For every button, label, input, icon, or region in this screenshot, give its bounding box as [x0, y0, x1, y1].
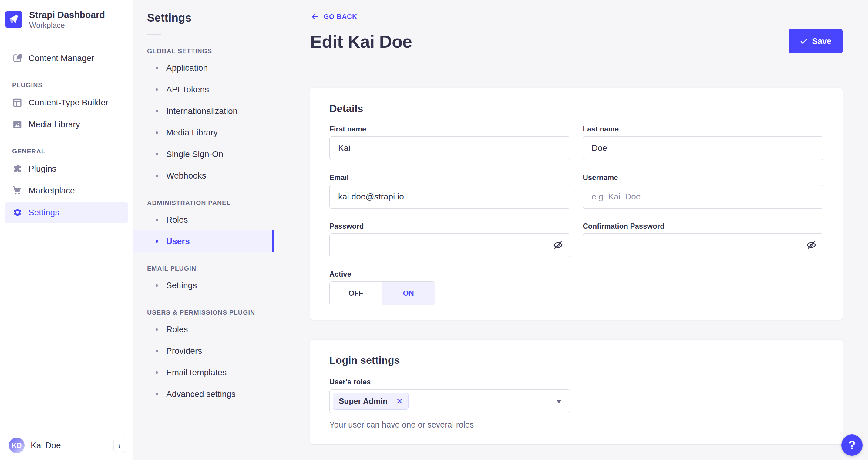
username-label: Username — [583, 173, 824, 182]
remove-role-button[interactable]: ✕ — [396, 398, 403, 405]
last-name-input[interactable] — [583, 136, 824, 160]
chevron-left-icon: ‹ — [118, 441, 121, 450]
subnav-item-up-roles[interactable]: Roles — [133, 318, 274, 340]
confirmation-password-label: Confirmation Password — [583, 222, 824, 230]
subnav-item-email-settings[interactable]: Settings — [133, 275, 274, 296]
subnav-item-admin-roles[interactable]: Roles — [133, 209, 274, 230]
sidebar-footer: KD Kai Doe ‹ — [0, 431, 132, 460]
sidebar-item-plugins[interactable]: Plugins — [5, 159, 128, 179]
subnav-item-application[interactable]: Application — [133, 57, 274, 79]
users-roles-select[interactable]: Super Admin ✕ — [329, 389, 570, 413]
subnav-item-email-templates[interactable]: Email templates — [133, 362, 274, 383]
sidebar-item-marketplace[interactable]: Marketplace — [5, 180, 128, 201]
bullet-icon — [156, 350, 158, 352]
page-header: Edit Kai Doe Save — [310, 29, 842, 53]
active-toggle-on-button[interactable]: ON — [382, 282, 435, 305]
save-button[interactable]: Save — [788, 29, 842, 53]
go-back-link[interactable]: GO BACK — [310, 12, 357, 21]
toggle-password-visibility-button[interactable] — [553, 240, 563, 251]
first-name-label: First name — [329, 125, 570, 133]
toggle-confirmation-password-visibility-button[interactable] — [806, 240, 817, 251]
password-input[interactable] — [329, 233, 570, 257]
bullet-icon — [156, 284, 158, 287]
username-input[interactable] — [583, 185, 824, 209]
sidebar-item-label: Plugins — [29, 164, 56, 174]
sidebar-item-media-library[interactable]: Media Library — [5, 114, 128, 135]
subnav-title: Settings — [133, 11, 274, 24]
email-label: Email — [329, 173, 570, 182]
bullet-icon — [156, 240, 158, 242]
active-toggle-off-button[interactable]: OFF — [330, 282, 382, 305]
close-icon: ✕ — [396, 397, 403, 405]
eye-off-icon — [553, 240, 563, 250]
arrow-left-icon — [310, 12, 319, 21]
subnav-title-divider — [147, 34, 161, 35]
settings-subnav: Settings GLOBAL SETTINGS Application API… — [133, 0, 275, 460]
sidebar-item-label: Settings — [29, 208, 59, 218]
bullet-icon — [156, 393, 158, 395]
confirmation-password-field-group: Confirmation Password — [583, 222, 824, 257]
current-user-name: Kai Doe — [31, 440, 107, 450]
password-label: Password — [329, 222, 570, 230]
subnav-item-media-library[interactable]: Media Library — [133, 122, 274, 143]
subnav-item-advanced-settings[interactable]: Advanced settings — [133, 383, 274, 405]
details-card-title: Details — [329, 103, 824, 114]
puzzle-piece-icon — [12, 164, 22, 174]
app-title: Strapi Dashboard — [29, 10, 105, 20]
gear-icon — [12, 207, 22, 218]
eye-off-icon — [806, 240, 816, 250]
bullet-icon — [156, 153, 158, 155]
sidebar-item-content-type-builder[interactable]: Content-Type Builder — [5, 92, 128, 113]
login-settings-title: Login settings — [329, 354, 824, 366]
subnav-item-internationalization[interactable]: Internationalization — [133, 100, 274, 122]
sidebar-nav: Content Manager PLUGINS Content-Type Bui… — [0, 39, 132, 431]
first-name-field-group: First name — [329, 125, 570, 160]
sidebar-item-content-manager[interactable]: Content Manager — [5, 48, 128, 68]
bullet-icon — [156, 175, 158, 177]
confirmation-password-input[interactable] — [583, 233, 824, 257]
sidebar-item-label: Media Library — [29, 120, 80, 130]
active-label: Active — [329, 270, 824, 279]
question-mark-icon: ? — [848, 439, 855, 452]
sidebar-section-general: GENERAL — [0, 148, 132, 155]
email-input[interactable] — [329, 185, 570, 209]
last-name-field-group: Last name — [583, 125, 824, 160]
strapi-admin-app: Strapi Dashboard Workplace Content Manag… — [0, 0, 868, 460]
first-name-input[interactable] — [329, 136, 570, 160]
main-sidebar: Strapi Dashboard Workplace Content Manag… — [0, 0, 133, 460]
workspace-brand[interactable]: Strapi Dashboard Workplace — [0, 0, 132, 39]
subnav-item-single-sign-on[interactable]: Single Sign-On — [133, 143, 274, 165]
users-roles-label: User's roles — [329, 378, 824, 386]
subnav-item-api-tokens[interactable]: API Tokens — [133, 79, 274, 100]
sidebar-item-label: Content Manager — [29, 53, 94, 63]
collapse-sidebar-button[interactable]: ‹ — [114, 438, 125, 453]
last-name-label: Last name — [583, 125, 824, 133]
bullet-icon — [156, 371, 158, 374]
bullet-icon — [156, 132, 158, 134]
subnav-item-admin-users[interactable]: Users — [133, 230, 274, 252]
role-tag-super-admin: Super Admin ✕ — [333, 393, 408, 410]
active-toggle: OFF ON — [329, 282, 435, 305]
sidebar-item-settings[interactable]: Settings — [5, 202, 128, 223]
sidebar-item-label: Content-Type Builder — [29, 98, 108, 108]
main-content: GO BACK Edit Kai Doe Save Details First … — [275, 0, 868, 460]
details-card: Details First name Last name Email — [310, 88, 842, 320]
subnav-section-email-plugin: EMAIL PLUGIN — [133, 265, 274, 272]
subnav-item-webhooks[interactable]: Webhooks — [133, 165, 274, 186]
active-field-group: Active OFF ON — [329, 270, 824, 305]
email-field-group: Email — [329, 173, 570, 209]
feather-pen-icon — [12, 53, 22, 63]
subnav-section-users-permissions-plugin: USERS & PERMISSIONS PLUGIN — [133, 309, 274, 316]
strapi-logo — [5, 11, 23, 28]
login-settings-card: Login settings User's roles Super Admin … — [310, 340, 842, 444]
help-button[interactable]: ? — [841, 434, 863, 456]
page-title: Edit Kai Doe — [310, 31, 412, 52]
workspace-name: Workplace — [29, 21, 65, 29]
check-icon — [800, 37, 808, 45]
sidebar-item-label: Marketplace — [29, 186, 75, 196]
picture-icon — [12, 119, 22, 130]
shopping-cart-icon — [12, 185, 22, 196]
layout-grid-icon — [12, 97, 22, 108]
avatar[interactable]: KD — [9, 437, 25, 453]
subnav-item-providers[interactable]: Providers — [133, 340, 274, 362]
